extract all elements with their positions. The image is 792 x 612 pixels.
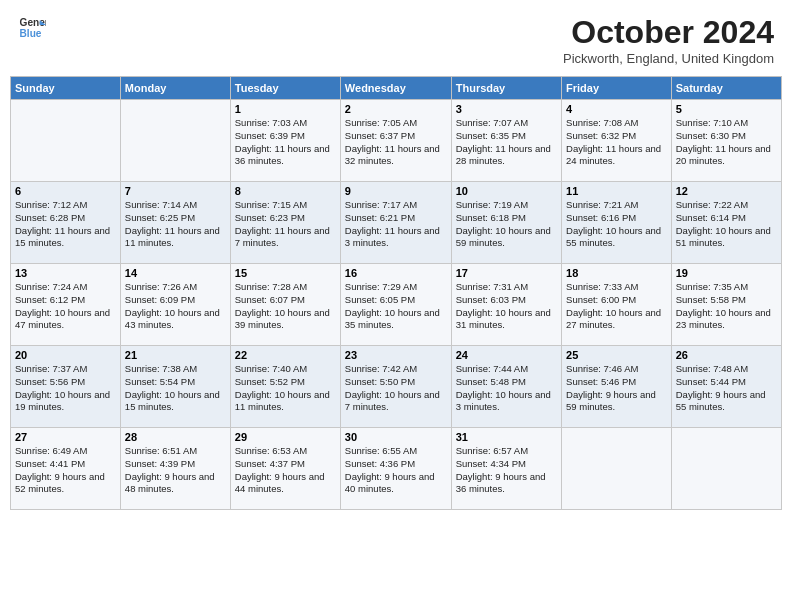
day-header-sunday: Sunday bbox=[11, 77, 121, 100]
day-info: Sunrise: 7:40 AM Sunset: 5:52 PM Dayligh… bbox=[235, 363, 336, 414]
day-info: Sunrise: 7:08 AM Sunset: 6:32 PM Dayligh… bbox=[566, 117, 667, 168]
day-number: 31 bbox=[456, 431, 557, 443]
calendar-cell: 3Sunrise: 7:07 AM Sunset: 6:35 PM Daylig… bbox=[451, 100, 561, 182]
logo-icon: General Blue bbox=[18, 14, 46, 42]
calendar-cell bbox=[11, 100, 121, 182]
calendar-cell: 16Sunrise: 7:29 AM Sunset: 6:05 PM Dayli… bbox=[340, 264, 451, 346]
day-number: 24 bbox=[456, 349, 557, 361]
calendar-week-row: 1Sunrise: 7:03 AM Sunset: 6:39 PM Daylig… bbox=[11, 100, 782, 182]
day-number: 23 bbox=[345, 349, 447, 361]
day-info: Sunrise: 7:35 AM Sunset: 5:58 PM Dayligh… bbox=[676, 281, 777, 332]
day-info: Sunrise: 7:15 AM Sunset: 6:23 PM Dayligh… bbox=[235, 199, 336, 250]
day-info: Sunrise: 6:49 AM Sunset: 4:41 PM Dayligh… bbox=[15, 445, 116, 496]
calendar-cell: 12Sunrise: 7:22 AM Sunset: 6:14 PM Dayli… bbox=[671, 182, 781, 264]
calendar-cell: 24Sunrise: 7:44 AM Sunset: 5:48 PM Dayli… bbox=[451, 346, 561, 428]
calendar-cell: 8Sunrise: 7:15 AM Sunset: 6:23 PM Daylig… bbox=[230, 182, 340, 264]
day-info: Sunrise: 7:12 AM Sunset: 6:28 PM Dayligh… bbox=[15, 199, 116, 250]
calendar-cell: 23Sunrise: 7:42 AM Sunset: 5:50 PM Dayli… bbox=[340, 346, 451, 428]
day-number: 1 bbox=[235, 103, 336, 115]
day-number: 11 bbox=[566, 185, 667, 197]
day-info: Sunrise: 7:21 AM Sunset: 6:16 PM Dayligh… bbox=[566, 199, 667, 250]
calendar-cell: 19Sunrise: 7:35 AM Sunset: 5:58 PM Dayli… bbox=[671, 264, 781, 346]
day-number: 16 bbox=[345, 267, 447, 279]
calendar-cell: 10Sunrise: 7:19 AM Sunset: 6:18 PM Dayli… bbox=[451, 182, 561, 264]
calendar-week-row: 6Sunrise: 7:12 AM Sunset: 6:28 PM Daylig… bbox=[11, 182, 782, 264]
day-number: 27 bbox=[15, 431, 116, 443]
calendar-cell: 29Sunrise: 6:53 AM Sunset: 4:37 PM Dayli… bbox=[230, 428, 340, 510]
day-info: Sunrise: 6:51 AM Sunset: 4:39 PM Dayligh… bbox=[125, 445, 226, 496]
day-info: Sunrise: 7:48 AM Sunset: 5:44 PM Dayligh… bbox=[676, 363, 777, 414]
calendar-cell: 22Sunrise: 7:40 AM Sunset: 5:52 PM Dayli… bbox=[230, 346, 340, 428]
calendar-cell: 13Sunrise: 7:24 AM Sunset: 6:12 PM Dayli… bbox=[11, 264, 121, 346]
calendar-cell bbox=[671, 428, 781, 510]
calendar-cell: 27Sunrise: 6:49 AM Sunset: 4:41 PM Dayli… bbox=[11, 428, 121, 510]
day-header-saturday: Saturday bbox=[671, 77, 781, 100]
calendar-cell: 14Sunrise: 7:26 AM Sunset: 6:09 PM Dayli… bbox=[120, 264, 230, 346]
day-header-tuesday: Tuesday bbox=[230, 77, 340, 100]
day-number: 22 bbox=[235, 349, 336, 361]
day-number: 5 bbox=[676, 103, 777, 115]
day-header-monday: Monday bbox=[120, 77, 230, 100]
day-info: Sunrise: 7:31 AM Sunset: 6:03 PM Dayligh… bbox=[456, 281, 557, 332]
calendar-cell: 25Sunrise: 7:46 AM Sunset: 5:46 PM Dayli… bbox=[562, 346, 672, 428]
calendar-header-row: SundayMondayTuesdayWednesdayThursdayFrid… bbox=[11, 77, 782, 100]
day-info: Sunrise: 7:38 AM Sunset: 5:54 PM Dayligh… bbox=[125, 363, 226, 414]
location-subtitle: Pickworth, England, United Kingdom bbox=[563, 51, 774, 66]
day-info: Sunrise: 6:53 AM Sunset: 4:37 PM Dayligh… bbox=[235, 445, 336, 496]
day-number: 17 bbox=[456, 267, 557, 279]
day-number: 14 bbox=[125, 267, 226, 279]
day-number: 29 bbox=[235, 431, 336, 443]
calendar-cell: 28Sunrise: 6:51 AM Sunset: 4:39 PM Dayli… bbox=[120, 428, 230, 510]
calendar-cell: 15Sunrise: 7:28 AM Sunset: 6:07 PM Dayli… bbox=[230, 264, 340, 346]
day-info: Sunrise: 7:46 AM Sunset: 5:46 PM Dayligh… bbox=[566, 363, 667, 414]
logo: General Blue bbox=[18, 14, 46, 42]
day-number: 6 bbox=[15, 185, 116, 197]
calendar-cell: 1Sunrise: 7:03 AM Sunset: 6:39 PM Daylig… bbox=[230, 100, 340, 182]
day-info: Sunrise: 7:42 AM Sunset: 5:50 PM Dayligh… bbox=[345, 363, 447, 414]
day-number: 8 bbox=[235, 185, 336, 197]
day-info: Sunrise: 7:10 AM Sunset: 6:30 PM Dayligh… bbox=[676, 117, 777, 168]
calendar-week-row: 27Sunrise: 6:49 AM Sunset: 4:41 PM Dayli… bbox=[11, 428, 782, 510]
calendar-cell bbox=[562, 428, 672, 510]
day-info: Sunrise: 6:55 AM Sunset: 4:36 PM Dayligh… bbox=[345, 445, 447, 496]
calendar-table: SundayMondayTuesdayWednesdayThursdayFrid… bbox=[10, 76, 782, 510]
day-number: 30 bbox=[345, 431, 447, 443]
calendar-week-row: 20Sunrise: 7:37 AM Sunset: 5:56 PM Dayli… bbox=[11, 346, 782, 428]
calendar-cell: 11Sunrise: 7:21 AM Sunset: 6:16 PM Dayli… bbox=[562, 182, 672, 264]
svg-text:Blue: Blue bbox=[20, 28, 42, 39]
day-info: Sunrise: 7:33 AM Sunset: 6:00 PM Dayligh… bbox=[566, 281, 667, 332]
calendar-cell: 9Sunrise: 7:17 AM Sunset: 6:21 PM Daylig… bbox=[340, 182, 451, 264]
day-number: 18 bbox=[566, 267, 667, 279]
day-info: Sunrise: 7:28 AM Sunset: 6:07 PM Dayligh… bbox=[235, 281, 336, 332]
day-header-wednesday: Wednesday bbox=[340, 77, 451, 100]
calendar-cell: 6Sunrise: 7:12 AM Sunset: 6:28 PM Daylig… bbox=[11, 182, 121, 264]
day-number: 10 bbox=[456, 185, 557, 197]
calendar-cell: 30Sunrise: 6:55 AM Sunset: 4:36 PM Dayli… bbox=[340, 428, 451, 510]
day-number: 4 bbox=[566, 103, 667, 115]
calendar-cell: 17Sunrise: 7:31 AM Sunset: 6:03 PM Dayli… bbox=[451, 264, 561, 346]
day-number: 2 bbox=[345, 103, 447, 115]
calendar-cell: 2Sunrise: 7:05 AM Sunset: 6:37 PM Daylig… bbox=[340, 100, 451, 182]
calendar-cell: 5Sunrise: 7:10 AM Sunset: 6:30 PM Daylig… bbox=[671, 100, 781, 182]
day-number: 9 bbox=[345, 185, 447, 197]
day-number: 19 bbox=[676, 267, 777, 279]
day-number: 26 bbox=[676, 349, 777, 361]
calendar-week-row: 13Sunrise: 7:24 AM Sunset: 6:12 PM Dayli… bbox=[11, 264, 782, 346]
day-number: 15 bbox=[235, 267, 336, 279]
day-info: Sunrise: 7:26 AM Sunset: 6:09 PM Dayligh… bbox=[125, 281, 226, 332]
page-header: General Blue October 2024 Pickworth, Eng… bbox=[10, 10, 782, 70]
day-number: 20 bbox=[15, 349, 116, 361]
calendar-cell: 20Sunrise: 7:37 AM Sunset: 5:56 PM Dayli… bbox=[11, 346, 121, 428]
day-info: Sunrise: 7:03 AM Sunset: 6:39 PM Dayligh… bbox=[235, 117, 336, 168]
day-info: Sunrise: 7:29 AM Sunset: 6:05 PM Dayligh… bbox=[345, 281, 447, 332]
calendar-cell: 4Sunrise: 7:08 AM Sunset: 6:32 PM Daylig… bbox=[562, 100, 672, 182]
calendar-cell: 18Sunrise: 7:33 AM Sunset: 6:00 PM Dayli… bbox=[562, 264, 672, 346]
day-info: Sunrise: 7:05 AM Sunset: 6:37 PM Dayligh… bbox=[345, 117, 447, 168]
day-number: 12 bbox=[676, 185, 777, 197]
day-number: 21 bbox=[125, 349, 226, 361]
day-info: Sunrise: 7:14 AM Sunset: 6:25 PM Dayligh… bbox=[125, 199, 226, 250]
day-number: 7 bbox=[125, 185, 226, 197]
day-info: Sunrise: 7:19 AM Sunset: 6:18 PM Dayligh… bbox=[456, 199, 557, 250]
title-block: October 2024 Pickworth, England, United … bbox=[563, 14, 774, 66]
calendar-cell: 7Sunrise: 7:14 AM Sunset: 6:25 PM Daylig… bbox=[120, 182, 230, 264]
